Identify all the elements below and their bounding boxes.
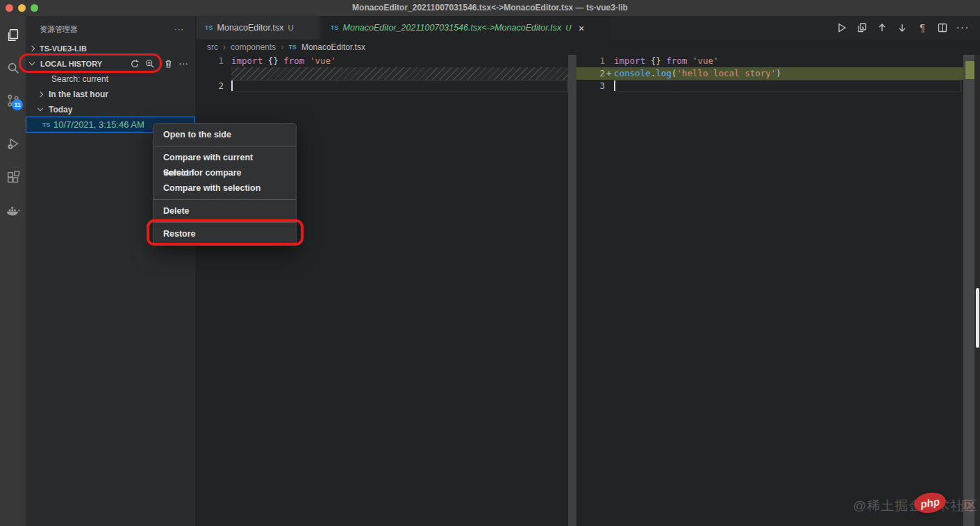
- line-number: 1: [576, 55, 605, 67]
- extensions-icon[interactable]: [0, 165, 26, 190]
- line-number: 2: [576, 67, 605, 80]
- code-token: import: [614, 56, 645, 66]
- run-file-icon[interactable]: [834, 20, 849, 35]
- next-change-icon[interactable]: [895, 20, 910, 35]
- breadcrumb: src › components › TS MonacoEditor.tsx: [195, 40, 980, 55]
- annotation-circle-restore: [147, 219, 304, 246]
- ts-file-icon: TS: [331, 24, 339, 31]
- line-number: 1: [195, 55, 224, 67]
- ts-file-icon: TS: [205, 24, 213, 31]
- diff-removed-placeholder: [231, 67, 569, 80]
- breadcrumb-separator: ›: [223, 42, 226, 52]
- window-title: MonacoEditor_20211007031546.tsx<->Monaco…: [0, 0, 980, 16]
- chevron-right-icon: [38, 92, 43, 97]
- run-debug-icon[interactable]: [0, 131, 26, 156]
- line-number: 2: [195, 80, 224, 92]
- history-group-today[interactable]: Today: [26, 103, 195, 116]
- code-token: 'vue': [692, 56, 719, 66]
- git-status-badge: U: [288, 24, 293, 32]
- tab-diff-local-history[interactable]: TS MonacoEditor_20211007031546.tsx<->Mon…: [322, 16, 610, 40]
- explorer-sidebar: 资源管理器 ··· TS-VUE3-LIB LOCAL HISTORY ··· …: [26, 16, 195, 526]
- code-token: log: [656, 68, 672, 78]
- code-token: ): [776, 68, 781, 78]
- code-line: import {} from 'vue': [614, 55, 719, 67]
- menu-item-select-for-compare[interactable]: Select for compare: [153, 165, 296, 180]
- group-label: Today: [49, 103, 72, 116]
- code-token: import: [231, 56, 263, 66]
- sidebar-title-row: 资源管理器 ···: [26, 23, 195, 35]
- group-label: In the last hour: [49, 88, 108, 101]
- git-status-badge: U: [565, 24, 571, 32]
- source-control-badge: 11: [12, 99, 23, 110]
- chevron-right-icon: [29, 46, 35, 51]
- current-line-highlight: [231, 80, 568, 92]
- tab-bar: TS MonacoEditor.tsx U TS MonacoEditor_20…: [195, 16, 980, 40]
- previous-change-icon[interactable]: [874, 20, 890, 35]
- ts-file-icon: TS: [42, 121, 51, 128]
- overview-ruler[interactable]: [963, 55, 974, 526]
- breadcrumb-item-components[interactable]: components: [231, 42, 276, 52]
- diff-editor: 1 import {} from 'vue' 2 1 import {} fro…: [195, 55, 980, 526]
- source-control-icon[interactable]: 11: [0, 88, 26, 113]
- history-search-label: Search: current: [51, 73, 108, 85]
- more-actions-icon[interactable]: ···: [955, 20, 970, 35]
- code-line: import {} from 'vue': [231, 55, 336, 67]
- editor-group: TS MonacoEditor.tsx U TS MonacoEditor_20…: [195, 16, 980, 526]
- diff-pane-modified[interactable]: 1 import {} from 'vue' 2 + console.log('…: [576, 55, 980, 526]
- code-token: from: [666, 56, 687, 66]
- code-line: console.log('hello local story'): [614, 67, 781, 80]
- editor-toolbar: ¶ ···: [834, 16, 970, 40]
- delete-all-icon[interactable]: [164, 59, 173, 69]
- menu-separator: [153, 199, 296, 200]
- split-editor-icon[interactable]: [935, 20, 950, 35]
- watermark-suffix: 网: [961, 498, 974, 516]
- annotation-circle-local-history: [19, 53, 162, 73]
- code-token: console: [614, 68, 651, 78]
- title-bar: MonacoEditor_20211007031546.tsx<->Monaco…: [0, 0, 980, 16]
- code-token: 'hello local story': [676, 68, 776, 78]
- inline-view-icon[interactable]: [854, 20, 870, 35]
- history-group-last-hour[interactable]: In the last hour: [26, 88, 195, 101]
- sidebar-title: 资源管理器: [40, 23, 78, 35]
- history-search-row[interactable]: Search: current: [26, 73, 195, 85]
- code-token: {}: [268, 56, 279, 66]
- code-token: 'vue': [310, 56, 336, 66]
- menu-item-open-to-side[interactable]: Open to the side: [153, 127, 296, 142]
- breadcrumb-item-file[interactable]: MonacoEditor.tsx: [301, 42, 365, 52]
- code-token: from: [283, 56, 304, 66]
- breadcrumb-separator: ›: [281, 42, 283, 52]
- scrollbar[interactable]: [568, 55, 576, 526]
- code-token: {}: [651, 56, 661, 66]
- tab-label: MonacoEditor_20211007031546.tsx<->Monaco…: [343, 23, 562, 33]
- system-scrollbar-thumb[interactable]: [976, 288, 979, 348]
- tab-label: MonacoEditor.tsx: [217, 23, 284, 33]
- diff-plus-marker: +: [606, 67, 612, 80]
- current-line-highlight: [614, 80, 961, 92]
- whitespace-toggle-icon[interactable]: ¶: [915, 20, 930, 35]
- chevron-down-icon: [38, 105, 43, 111]
- menu-item-compare-current[interactable]: Compare with current version: [153, 150, 296, 165]
- sidebar-more-actions-icon[interactable]: ···: [174, 23, 184, 35]
- text-cursor: [614, 80, 615, 91]
- history-more-actions-icon[interactable]: ···: [179, 58, 189, 70]
- menu-separator: [153, 146, 296, 146]
- ts-file-icon: TS: [288, 44, 297, 51]
- menu-item-delete[interactable]: Delete: [153, 203, 296, 219]
- docker-icon[interactable]: [0, 198, 26, 223]
- activity-bar: 11: [0, 16, 26, 526]
- line-number: 3: [576, 80, 605, 92]
- history-entry-label: 10/7/2021, 3:15:46 AM: [53, 119, 144, 130]
- menu-item-compare-selection[interactable]: Compare with selection: [153, 180, 296, 196]
- breadcrumb-item-src[interactable]: src: [207, 42, 218, 52]
- explorer-icon[interactable]: [0, 23, 26, 48]
- tab-monacoeditor[interactable]: TS MonacoEditor.tsx U: [197, 16, 319, 40]
- close-tab-icon[interactable]: ×: [579, 22, 585, 34]
- text-cursor: [231, 80, 233, 91]
